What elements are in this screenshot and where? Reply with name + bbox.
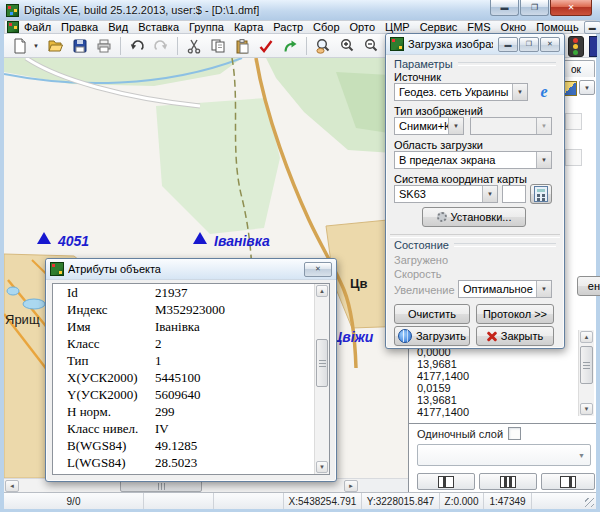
attributes-vertical-scrollbar[interactable]: ▲ ▼ — [314, 284, 329, 474]
traffic-light-icon[interactable] — [568, 36, 584, 57]
print-icon[interactable] — [92, 35, 116, 57]
scroll-up-icon[interactable]: ▲ — [580, 331, 593, 343]
copy-icon[interactable] — [206, 35, 230, 57]
panel-dropdown-icon[interactable]: ▼ — [579, 80, 595, 95]
status-scale: 1:47349 — [484, 493, 532, 509]
close-button[interactable]: ✕ — [550, 0, 592, 16]
toolbar-separator — [177, 37, 178, 55]
panel-vertical-scrollbar[interactable]: ▲ ▼ — [578, 330, 594, 416]
map-label-point: 4051 — [57, 233, 89, 249]
scroll-up-icon[interactable]: ▲ — [316, 285, 328, 297]
resize-grip[interactable] — [585, 498, 594, 507]
map-label-point: Іванівка — [214, 233, 270, 249]
attribute-row: ИмяІванівка — [53, 318, 329, 335]
chevron-down-icon: ▼ — [536, 152, 551, 168]
protocol-button[interactable]: Протокол >> — [476, 304, 554, 324]
scroll-right-icon[interactable]: ► — [344, 480, 358, 492]
layout-split-button[interactable] — [479, 473, 537, 490]
dialog-restore-button[interactable]: ❐ — [519, 37, 539, 52]
new-document-icon[interactable] — [8, 35, 32, 57]
partial-button[interactable]: ена — [577, 276, 600, 296]
paste-icon[interactable] — [230, 35, 254, 57]
minimize-button[interactable]: ▬ — [490, 0, 519, 16]
menu-map[interactable]: Карта — [229, 21, 268, 33]
attributes-list: Id21937 ИндексM352923000 ИмяІванівка Кла… — [52, 283, 330, 475]
menu-raster[interactable]: Растр — [268, 21, 308, 33]
map-label-town: Цвіжи — [332, 329, 374, 345]
open-folder-icon[interactable] — [44, 35, 68, 57]
load-area-combo[interactable]: В пределах экрана▼ — [394, 151, 552, 169]
status-y-coordinate: Y:3228015.847 — [362, 493, 440, 509]
zoom-select-icon[interactable] — [311, 35, 335, 57]
mdi-minimize-button[interactable]: ▬ — [584, 21, 600, 34]
app-icon — [6, 4, 19, 17]
chevron-down-icon: ▼ — [536, 118, 551, 134]
dialog-minimize-button[interactable]: ▬ — [498, 37, 518, 52]
vscroll-thumb[interactable] — [316, 339, 328, 387]
attribute-row: B(WGS84)49.1285 — [53, 437, 329, 454]
cut-icon[interactable] — [182, 35, 206, 57]
maximize-button[interactable]: ❐ — [520, 0, 549, 16]
menu-service[interactable]: Сервис — [415, 21, 463, 33]
image-subtype-combo: ▼ — [470, 117, 552, 135]
scroll-down-icon[interactable]: ▼ — [580, 403, 593, 415]
load-dialog-title: Загрузка изображе... — [408, 38, 493, 50]
menu-insert[interactable]: Вставка — [133, 21, 184, 33]
dialog-close-button[interactable]: ✕ — [540, 37, 560, 52]
new-document-dropdown-icon[interactable]: ▼ — [32, 35, 44, 57]
browser-icon[interactable]: e — [534, 82, 554, 102]
panel-disabled-box — [565, 113, 582, 130]
menu-group[interactable]: Группа — [184, 21, 229, 33]
menu-view[interactable]: Вид — [103, 21, 133, 33]
single-layer-checkbox[interactable] — [508, 427, 521, 440]
menu-dem[interactable]: ЦМР — [380, 21, 415, 33]
undo-icon[interactable] — [125, 35, 149, 57]
layer-combo[interactable]: ▼ — [417, 444, 591, 466]
globe-icon — [398, 329, 412, 343]
close-dialog-button[interactable]: Закрыть — [476, 326, 554, 346]
settings-button[interactable]: Установки... — [422, 207, 526, 227]
layout-right-button[interactable] — [541, 473, 595, 490]
menu-help[interactable]: Помощь — [531, 21, 584, 33]
vscroll-thumb[interactable] — [580, 346, 593, 384]
crs-calculator-button[interactable] — [530, 184, 552, 204]
document-icon[interactable] — [7, 21, 19, 33]
zoom-in-icon[interactable] — [335, 35, 359, 57]
menu-window[interactable]: Окно — [496, 21, 532, 33]
clear-button[interactable]: Очистить — [394, 304, 470, 324]
menu-fms[interactable]: FMS — [462, 21, 495, 33]
dialog-icon — [50, 262, 64, 276]
menu-ortho[interactable]: Орто — [345, 21, 380, 33]
calculator-icon — [534, 186, 548, 202]
load-dialog-titlebar[interactable]: Загрузка изображе... ▬ ❐ ✕ — [386, 34, 564, 55]
crs-zone-field[interactable] — [502, 185, 526, 203]
load-button[interactable]: Загрузить — [394, 326, 470, 346]
scroll-left-icon[interactable]: ◄ — [5, 480, 19, 492]
magnification-combo[interactable]: Оптимальное▼ — [458, 280, 552, 298]
scroll-down-icon[interactable]: ▼ — [316, 461, 328, 473]
load-area-label: Область загрузки — [394, 139, 483, 151]
state-group-header: Состояние — [394, 239, 556, 251]
redo-icon[interactable] — [149, 35, 173, 57]
menu-edit[interactable]: Правка — [56, 21, 103, 33]
zoom-out-icon[interactable] — [359, 35, 383, 57]
crs-combo[interactable]: SK63▼ — [394, 185, 498, 203]
menu-collect[interactable]: Сбор — [308, 21, 344, 33]
value-item: 0,0159 — [417, 382, 537, 394]
attribute-row: Класс2 — [53, 335, 329, 352]
save-icon[interactable] — [68, 35, 92, 57]
accept-check-icon[interactable] — [254, 35, 278, 57]
partial-toolbar-icon[interactable] — [589, 36, 597, 57]
source-label: Источник — [394, 71, 441, 83]
attribute-row: Y(УСК2000)5609640 — [53, 386, 329, 403]
dialog-close-button[interactable]: ✕ — [304, 262, 332, 277]
image-type-combo[interactable]: Снимки+Карт▼ — [394, 117, 464, 135]
forward-arrow-icon[interactable] — [278, 35, 302, 57]
layout-single-button[interactable] — [417, 473, 475, 490]
dialog-separator — [390, 234, 560, 238]
source-combo[interactable]: Геодез. сеть Украины▼ — [394, 83, 528, 101]
menu-file[interactable]: Файл — [19, 21, 56, 33]
attributes-dialog-titlebar[interactable]: Атрибуты объекта ✕ — [46, 259, 336, 280]
panel-separator — [409, 423, 596, 426]
status-cell — [214, 493, 284, 509]
